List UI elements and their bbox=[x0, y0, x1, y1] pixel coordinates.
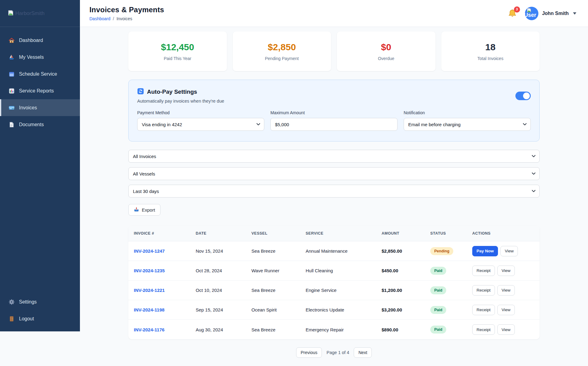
autopay-title: Auto-Pay Settings bbox=[147, 89, 197, 95]
date-range-filter[interactable]: Last 30 days bbox=[128, 185, 540, 198]
next-page-button[interactable]: Next bbox=[354, 347, 372, 358]
field-payment-method: Payment MethodVisa ending in 4242 bbox=[137, 110, 264, 131]
invoice-date: Aug 30, 2024 bbox=[196, 327, 251, 332]
sidebar-item-label: Schedule Service bbox=[19, 71, 57, 77]
field-label: Payment Method bbox=[137, 110, 264, 115]
stat-label: Pending Payment bbox=[265, 56, 299, 61]
export-button[interactable]: Export bbox=[128, 204, 160, 216]
invoice-vessel: Sea Breeze bbox=[251, 327, 306, 332]
stat-card-overdue: $0 Overdue bbox=[337, 32, 435, 71]
page-title: Invoices & Payments bbox=[89, 6, 164, 14]
pay-now-button[interactable]: Pay Now bbox=[472, 246, 498, 256]
status-badge: Paid bbox=[430, 286, 446, 294]
stat-label: Total Invoices bbox=[477, 56, 503, 61]
invoice-link[interactable]: INV-2024-1247 bbox=[134, 248, 165, 254]
invoice-service: Hull Cleaning bbox=[306, 268, 382, 273]
header: Invoices & Payments Dashboard / Invoices… bbox=[80, 0, 588, 27]
sidebar-item-label: Logout bbox=[19, 316, 34, 322]
notification-select[interactable]: Email me before charging bbox=[404, 118, 531, 131]
main-content: $12,450 Paid This Year $2,850 Pending Pa… bbox=[80, 27, 588, 366]
view-button[interactable]: View bbox=[497, 285, 515, 296]
breadcrumb-link-dashboard[interactable]: Dashboard bbox=[89, 16, 111, 21]
stat-card-pending-payment: $2,850 Pending Payment bbox=[233, 32, 331, 71]
sidebar-item-label: Invoices bbox=[19, 105, 37, 111]
stat-label: Overdue bbox=[378, 56, 394, 61]
autopay-subtitle: Automatically pay invoices when they're … bbox=[137, 99, 224, 104]
notifications-button[interactable]: 3 bbox=[508, 9, 517, 18]
sidebar-item-service-reports[interactable]: Service Reports bbox=[0, 82, 80, 99]
status-badge: Pending bbox=[430, 247, 453, 255]
sidebar-item-invoices[interactable]: Invoices bbox=[0, 99, 80, 116]
column-header-invoice: INVOICE # bbox=[134, 231, 196, 236]
stat-value: $12,450 bbox=[161, 42, 194, 52]
invoice-service: Engine Service bbox=[306, 288, 382, 293]
brand-name: HarborSmith bbox=[15, 10, 44, 17]
user-menu[interactable]: User John Smith bbox=[525, 7, 576, 20]
receipt-button[interactable]: Receipt bbox=[472, 305, 495, 315]
breadcrumb: Dashboard / Invoices bbox=[89, 16, 164, 21]
receipt-button[interactable]: Receipt bbox=[472, 266, 495, 276]
invoice-vessel: Wave Runner bbox=[251, 268, 306, 273]
sidebar-item-documents[interactable]: Documents bbox=[0, 116, 80, 133]
maximum-amount-input[interactable] bbox=[270, 118, 398, 131]
previous-page-button[interactable]: Previous bbox=[296, 347, 322, 358]
table-row: INV-2024-1221 Oct 10, 2024 Sea Breeze En… bbox=[128, 281, 540, 300]
column-header-status: STATUS bbox=[430, 231, 472, 236]
invoice-service: Emergency Repair bbox=[306, 327, 382, 332]
invoice-service: Annual Maintenance bbox=[306, 248, 382, 254]
sidebar: HarborSmith Dashboard My Vessels Schedul… bbox=[0, 0, 80, 331]
receipt-button[interactable]: Receipt bbox=[472, 285, 495, 296]
view-button[interactable]: View bbox=[497, 305, 515, 315]
invoice-vessel: Sea Breeze bbox=[251, 248, 306, 254]
table-row: INV-2024-1235 Oct 28, 2024 Wave Runner H… bbox=[128, 261, 540, 281]
invoice-link[interactable]: INV-2024-1176 bbox=[134, 327, 164, 332]
invoice-amount: $450.00 bbox=[382, 268, 430, 273]
gear-icon bbox=[9, 299, 15, 305]
house-icon bbox=[9, 37, 15, 43]
invoice-amount: $3,200.00 bbox=[382, 307, 430, 312]
filters: All InvoicesAll VesselsLast 30 days bbox=[128, 150, 540, 198]
view-button[interactable]: View bbox=[500, 246, 518, 256]
sidebar-item-logout[interactable]: Logout bbox=[0, 310, 80, 327]
column-header-date: DATE bbox=[196, 231, 251, 236]
bell-icon bbox=[508, 14, 517, 19]
invoice-date: Sep 15, 2024 bbox=[196, 307, 251, 312]
view-button[interactable]: View bbox=[497, 266, 515, 276]
sidebar-item-settings[interactable]: Settings bbox=[0, 293, 80, 310]
stat-card-total-invoices: 18 Total Invoices bbox=[441, 32, 540, 71]
column-header-amount: AMOUNT bbox=[382, 231, 430, 236]
invoice-amount: $1,200.00 bbox=[382, 288, 430, 293]
view-button[interactable]: View bbox=[497, 324, 515, 335]
autopay-toggle[interactable] bbox=[515, 92, 531, 100]
sidebar-item-label: Service Reports bbox=[19, 88, 54, 94]
sidebar-item-dashboard[interactable]: Dashboard bbox=[0, 32, 80, 49]
invoice-amount: $2,850.00 bbox=[382, 248, 430, 254]
payment-method-select[interactable]: Visa ending in 4242 bbox=[137, 118, 264, 131]
table-body: INV-2024-1247 Nov 15, 2024 Sea Breeze An… bbox=[128, 241, 540, 339]
sidebar-item-label: My Vessels bbox=[19, 55, 44, 60]
invoice-date: Oct 10, 2024 bbox=[196, 288, 251, 293]
row-actions: ReceiptView bbox=[472, 266, 534, 276]
invoice-link[interactable]: INV-2024-1198 bbox=[134, 307, 164, 312]
table-row: INV-2024-1247 Nov 15, 2024 Sea Breeze An… bbox=[128, 241, 540, 261]
sidebar-item-schedule-service[interactable]: Schedule Service bbox=[0, 66, 80, 82]
brand-logo: HarborSmith bbox=[0, 0, 80, 27]
vessel-filter[interactable]: All Vessels bbox=[128, 167, 540, 180]
table-header-row: INVOICE #DATEVESSELSERVICEAMOUNTSTATUSAC… bbox=[128, 225, 540, 241]
sidebar-item-label: Documents bbox=[19, 122, 44, 127]
row-actions: ReceiptView bbox=[472, 324, 534, 335]
calendar-icon bbox=[9, 71, 15, 77]
stat-label: Paid This Year bbox=[164, 56, 191, 61]
receipt-button[interactable]: Receipt bbox=[472, 324, 495, 335]
invoice-link[interactable]: INV-2024-1221 bbox=[134, 288, 165, 293]
row-actions: ReceiptView bbox=[472, 305, 534, 315]
avatar: User bbox=[525, 7, 538, 20]
stat-value: $2,850 bbox=[268, 42, 296, 52]
bar-chart-icon bbox=[9, 88, 15, 94]
invoice-status-filter[interactable]: All Invoices bbox=[128, 150, 540, 163]
sidebar-item-my-vessels[interactable]: My Vessels bbox=[0, 49, 80, 66]
invoices-table: INVOICE #DATEVESSELSERVICEAMOUNTSTATUSAC… bbox=[128, 225, 540, 339]
invoice-link[interactable]: INV-2024-1235 bbox=[134, 268, 165, 273]
pagination: Previous Page 1 of 4 Next bbox=[128, 347, 540, 364]
document-icon bbox=[9, 122, 15, 128]
